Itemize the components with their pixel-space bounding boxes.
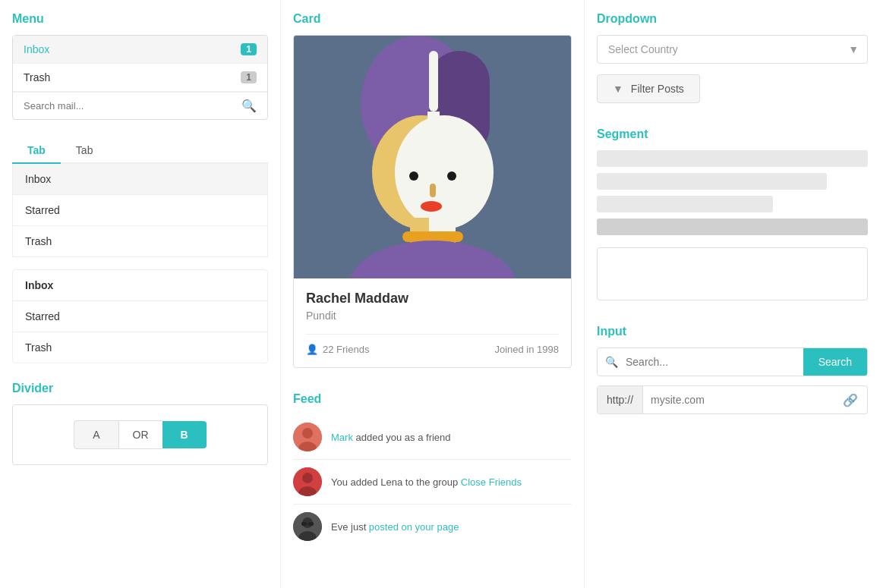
feed-item-0: Mark added you as a friend: [293, 415, 572, 460]
filter-posts-button[interactable]: ▼ Filter Posts: [597, 74, 700, 103]
feed-link-eve[interactable]: posted on your page: [369, 521, 459, 533]
divider-box: A OR B: [12, 404, 268, 465]
feed-text-mark-suffix: added you as a friend: [353, 432, 451, 443]
menu-inbox-label: Inbox: [24, 43, 49, 55]
feed-avatar-lena: [293, 467, 322, 496]
menu-trash-label: Trash: [24, 71, 50, 83]
feed-title: Feed: [293, 392, 572, 406]
svg-point-19: [302, 473, 313, 483]
segment-bars: [597, 150, 868, 300]
tab-bar: Tab Tab: [12, 138, 268, 164]
card-person-name: Rachel Maddaw: [306, 291, 559, 307]
search-input-wrapper: 🔍 Search: [597, 347, 868, 376]
segment-bar-4: [597, 219, 868, 235]
svg-rect-25: [308, 522, 314, 526]
menu-search-input[interactable]: [24, 100, 241, 112]
divider-or-label: OR: [119, 420, 162, 449]
dropdown-section: Dropdown Select Country United States Un…: [597, 12, 868, 103]
tab-list-trash[interactable]: Trash: [13, 226, 267, 256]
svg-rect-26: [307, 524, 309, 524]
search-input-icon: 🔍: [598, 356, 626, 368]
input-title: Input: [597, 325, 868, 338]
search-button[interactable]: Search: [803, 348, 867, 376]
url-prefix-label: http://: [598, 386, 643, 413]
filter-icon: ▼: [613, 83, 623, 95]
segment-bar-1: [597, 150, 868, 167]
card-image: [294, 36, 571, 278]
tab-list-inbox[interactable]: Inbox: [13, 164, 267, 195]
link-icon: 🔗: [834, 393, 867, 407]
menu-inbox-badge: 1: [241, 43, 257, 55]
svg-rect-13: [430, 184, 436, 197]
svg-rect-24: [301, 522, 307, 526]
feed-text-lena-prefix: You added Lena to the group: [331, 476, 461, 488]
url-input-wrapper: http:// 🔗: [597, 385, 868, 414]
segment-bar-3: [597, 196, 773, 212]
svg-rect-6: [429, 51, 438, 112]
divider-title: Divider: [12, 382, 268, 395]
search-icon: 🔍: [241, 99, 257, 113]
svg-point-16: [302, 428, 313, 439]
feed-item-1: You added Lena to the group Close Friend…: [293, 460, 572, 505]
segment-title: Segment: [597, 127, 868, 141]
menu-list-2-inner[interactable]: Inbox Starred Trash: [13, 270, 267, 363]
card-friends: 👤 22 Friends: [306, 344, 369, 355]
tab-0[interactable]: Tab: [12, 138, 61, 164]
card-box: Rachel Maddaw Pundit 👤 22 Friends Joined…: [293, 35, 572, 368]
segment-bar-2: [597, 173, 827, 190]
country-dropdown[interactable]: Select Country United States United King…: [597, 35, 868, 64]
list2-starred[interactable]: Starred: [13, 301, 267, 332]
feed-section: Feed Mark added you as a friend: [293, 392, 572, 549]
svg-point-4: [395, 115, 494, 229]
menu-list-2: Inbox Starred Trash: [12, 269, 268, 363]
feed-text-1: You added Lena to the group Close Friend…: [331, 476, 522, 488]
friends-count: 22 Friends: [323, 344, 369, 355]
svg-point-12: [447, 171, 456, 181]
feed-text-2: Eve just posted on your page: [331, 521, 459, 533]
svg-point-14: [421, 201, 442, 212]
input-section: Input 🔍 Search http:// 🔗: [597, 325, 868, 414]
feed-avatar-mark: [293, 423, 322, 451]
svg-point-11: [409, 171, 418, 181]
card-title: Card: [293, 12, 572, 26]
feed-item-2: Eve just posted on your page: [293, 505, 572, 549]
tab-list-starred[interactable]: Starred: [13, 195, 267, 226]
joined-date: Joined in 1998: [494, 344, 559, 355]
divider-btn-b[interactable]: B: [162, 421, 207, 448]
dropdown-wrapper: Select Country United States United King…: [597, 35, 868, 64]
menu-item-inbox[interactable]: Inbox 1: [13, 36, 267, 64]
menu-item-trash[interactable]: Trash 1: [13, 64, 267, 92]
list2-inbox[interactable]: Inbox: [13, 270, 267, 301]
url-input[interactable]: [643, 386, 834, 413]
menu-box: Inbox 1 Trash 1 🔍: [12, 35, 268, 120]
feed-avatar-eve: [293, 512, 322, 541]
card-meta: 👤 22 Friends Joined in 1998: [306, 334, 559, 355]
segment-textarea[interactable]: [597, 247, 868, 300]
segment-section: Segment: [597, 127, 868, 300]
feed-link-close-friends[interactable]: Close Friends: [461, 476, 522, 488]
divider-btn-a[interactable]: A: [74, 420, 118, 449]
filter-btn-label: Filter Posts: [631, 83, 684, 95]
card-person-role: Pundit: [306, 310, 559, 322]
tabs-section: Tab Tab Inbox Starred Trash: [12, 138, 268, 257]
list2-trash[interactable]: Trash: [13, 332, 267, 363]
card-section: Card: [293, 12, 572, 368]
dropdown-title: Dropdown: [597, 12, 868, 26]
divider-section: Divider A OR B: [12, 382, 268, 465]
feed-text-0: Mark added you as a friend: [331, 432, 451, 443]
svg-rect-9: [402, 231, 463, 242]
card-info: Rachel Maddaw Pundit 👤 22 Friends Joined…: [294, 278, 571, 367]
feed-link-mark[interactable]: Mark: [331, 432, 353, 443]
search-field[interactable]: [626, 348, 803, 376]
friends-icon: 👤: [306, 344, 318, 355]
tab-1[interactable]: Tab: [61, 138, 109, 164]
tab-list: Inbox Starred Trash: [12, 164, 268, 257]
menu-trash-badge: 1: [241, 71, 257, 83]
menu-title: Menu: [12, 12, 268, 26]
menu-search-row: 🔍: [13, 92, 267, 119]
feed-text-eve-prefix: Eve just: [331, 521, 369, 533]
